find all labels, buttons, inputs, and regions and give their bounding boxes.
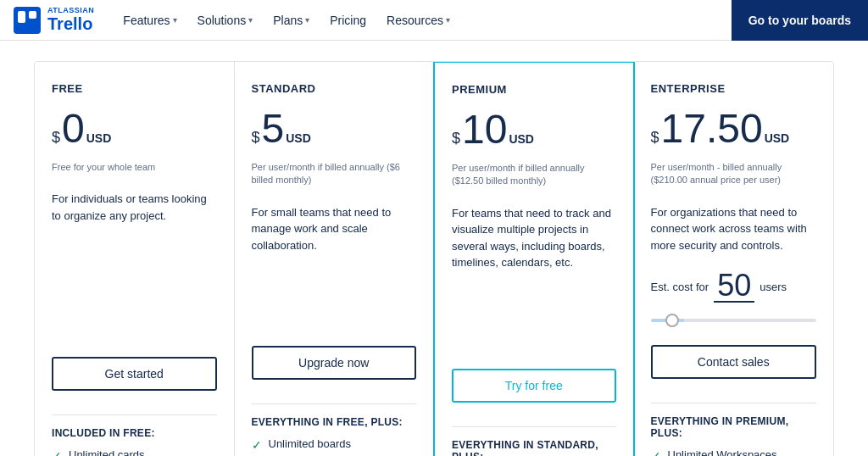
check-icon: ✓ <box>252 437 262 454</box>
check-icon: ✓ <box>651 448 661 456</box>
enterprise-price-row: $ 17.50 USD <box>651 108 817 149</box>
chevron-down-icon: ▾ <box>248 15 253 25</box>
est-cost-label: Est. cost for 50 users <box>651 270 817 303</box>
feature-item: ✓ Unlimited Workspaces <box>651 448 817 456</box>
tier-free: FREE $ 0 USD Free for your whole team Fo… <box>35 62 235 456</box>
free-cta-button[interactable]: Get started <box>52 357 217 391</box>
atlassian-label: ATLASSIAN <box>47 6 94 14</box>
svg-rect-0 <box>14 7 41 34</box>
enterprise-features: EVERYTHING IN PREMIUM, PLUS: ✓ Unlimited… <box>651 403 817 456</box>
trello-logo-icon <box>14 7 41 34</box>
nav-features[interactable]: Features ▾ <box>114 8 185 32</box>
trello-logo-text: Trello <box>47 14 94 34</box>
chevron-down-icon: ▾ <box>305 15 309 25</box>
pricing-page: FREE $ 0 USD Free for your whole team Fo… <box>0 41 868 456</box>
go-to-boards-button[interactable]: Go to your boards <box>732 0 868 41</box>
tier-premium: PREMIUM $ 10 USD Per user/month if bille… <box>433 61 635 456</box>
tier-grid: FREE $ 0 USD Free for your whole team Fo… <box>34 61 834 456</box>
svg-rect-1 <box>18 11 25 23</box>
feature-item: ✓ Unlimited cards <box>52 448 217 456</box>
premium-features: EVERYTHING IN STANDARD, PLUS: ✓ Views: C… <box>452 426 616 456</box>
free-features: INCLUDED IN FREE: ✓ Unlimited cards ✓ Up… <box>52 414 217 456</box>
chevron-down-icon: ▾ <box>173 15 177 25</box>
svg-rect-2 <box>29 11 36 19</box>
standard-features: EVERYTHING IN FREE, PLUS: ✓ Unlimited bo… <box>252 403 417 456</box>
enterprise-cta-button[interactable]: Contact sales <box>651 345 817 379</box>
tier-standard: STANDARD $ 5 USD Per user/month if bille… <box>235 62 435 456</box>
logo-area: ATLASSIAN Trello <box>14 6 94 34</box>
feature-item: ✓ Unlimited boards <box>252 437 417 454</box>
nav-plans[interactable]: Plans ▾ <box>264 8 318 32</box>
navbar: ATLASSIAN Trello Features ▾ Solutions ▾ … <box>0 0 868 41</box>
tier-enterprise: ENTERPRISE $ 17.50 USD Per user/month - … <box>634 62 834 456</box>
users-slider[interactable] <box>651 319 817 322</box>
standard-price-row: $ 5 USD <box>252 108 417 149</box>
standard-cta-button[interactable]: Upgrade now <box>252 346 417 380</box>
premium-price-row: $ 10 USD <box>452 109 616 150</box>
nav-links: Features ▾ Solutions ▾ Plans ▾ Pricing R… <box>114 8 459 32</box>
nav-solutions[interactable]: Solutions ▾ <box>189 8 262 32</box>
nav-resources[interactable]: Resources ▾ <box>378 8 459 32</box>
est-cost-number: 50 <box>714 270 754 303</box>
nav-pricing[interactable]: Pricing <box>321 8 375 32</box>
est-cost-widget: Est. cost for 50 users <box>651 270 817 325</box>
premium-cta-button[interactable]: Try for free <box>452 369 616 403</box>
chevron-down-icon: ▾ <box>446 15 450 25</box>
users-slider-container <box>651 311 817 325</box>
free-price-row: $ 0 USD <box>52 108 217 149</box>
check-icon: ✓ <box>52 448 62 456</box>
